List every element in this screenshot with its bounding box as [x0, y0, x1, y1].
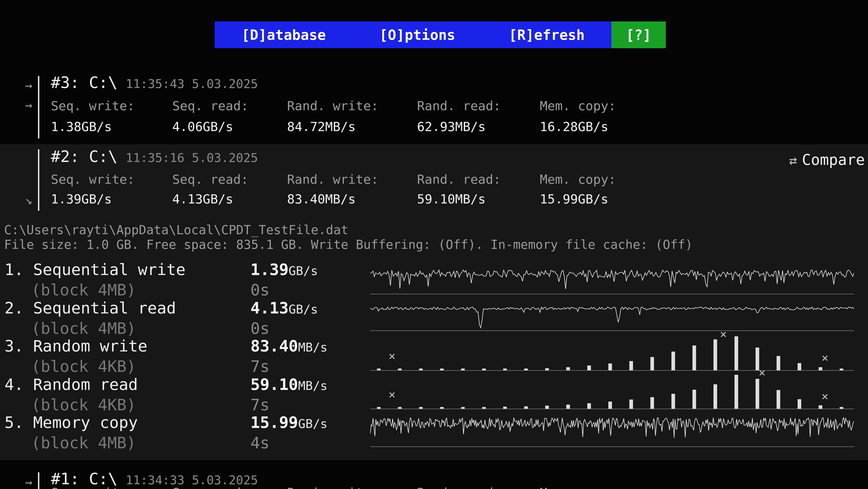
- cpdt-app: [D]atabase [O]ptions [R]efresh [?] → → #…: [0, 0, 868, 489]
- random-write-bar-chart: ×××: [370, 332, 854, 371]
- column-header: Seq. write:: [51, 98, 172, 113]
- trend-arrow-icon: →: [21, 98, 37, 112]
- test-name: 4. Random read: [4, 375, 138, 394]
- result-entry-3-values: 1.38GB/s 4.06GB/s 84.72MB/s 62.93MB/s 16…: [51, 119, 608, 134]
- column-header: Seq. read:: [172, 485, 287, 489]
- svg-text:×: ×: [822, 390, 829, 403]
- svg-text:×: ×: [758, 371, 766, 379]
- test-name: 3. Random write: [4, 337, 147, 355]
- column-header: Seq. write:: [51, 172, 172, 186]
- result-unit: GB/s: [289, 264, 318, 278]
- sequential-read-sparkline: [370, 297, 854, 331]
- entry-marker-bar: [38, 76, 39, 138]
- entry-timestamp: 11:35:43 5.03.2025: [126, 77, 258, 91]
- menu-help-label: [?]: [626, 27, 651, 43]
- speed-value: 16.28GB/s: [540, 119, 608, 134]
- test-result: 1.39GB/s: [250, 260, 318, 279]
- result-entry-3-title[interactable]: #3: C:\ 11:35:43 5.03.2025: [51, 73, 258, 92]
- test-duration: 4s: [250, 434, 270, 452]
- test-file-path: C:\Users\rayti\AppData\Local\CPDT_TestFi…: [4, 223, 348, 237]
- menu-options-button[interactable]: [O]ptions: [379, 27, 455, 43]
- speed-value: 1.39GB/s: [51, 192, 172, 206]
- column-header: Mem. copy:: [540, 485, 616, 489]
- result-number: 15.99: [250, 413, 298, 432]
- column-header: Seq. read:: [172, 172, 287, 186]
- result-unit: MB/s: [298, 340, 328, 354]
- test-name: 5. Memory copy: [4, 413, 138, 432]
- test-result: 4.13GB/s: [250, 299, 318, 317]
- menu-refresh-button[interactable]: [R]efresh: [509, 27, 585, 43]
- result-unit: GB/s: [289, 302, 318, 316]
- trend-arrow-icon: →: [21, 78, 37, 92]
- result-number: 59.10: [250, 375, 298, 394]
- speed-value: 62.93MB/s: [417, 119, 540, 134]
- column-header: Rand. read:: [417, 172, 540, 186]
- result-entry-1-headers: Seq. write: Seq. read: Rand. write: Rand…: [51, 485, 616, 489]
- random-read-bar-chart: ×××: [370, 371, 854, 409]
- speed-value: 83.40MB/s: [287, 192, 417, 206]
- result-unit: GB/s: [298, 416, 328, 431]
- speed-value: 59.10MB/s: [417, 192, 540, 206]
- menu-help-button[interactable]: [?]: [612, 22, 666, 48]
- entry-id: #3: C:\: [51, 73, 118, 92]
- entry-id: #2: C:\: [51, 147, 118, 166]
- test-duration: 0s: [250, 319, 270, 338]
- speed-value: 84.72MB/s: [287, 119, 417, 134]
- test-block-size: (block 4MB): [31, 319, 136, 338]
- speed-value: 4.13GB/s: [172, 192, 287, 206]
- column-header: Rand. write:: [287, 98, 417, 113]
- compare-label: Compare: [802, 151, 865, 169]
- test-duration: 0s: [250, 281, 270, 299]
- svg-text:×: ×: [822, 351, 829, 365]
- test-result: 59.10MB/s: [250, 375, 328, 394]
- column-header: Seq. write:: [51, 485, 172, 489]
- column-header: Seq. read:: [172, 98, 287, 113]
- result-entry-3-headers: Seq. write: Seq. read: Rand. write: Rand…: [51, 98, 616, 113]
- test-block-size: (block 4MB): [31, 281, 136, 299]
- svg-text:×: ×: [720, 332, 727, 341]
- menu-bar: [D]atabase [O]ptions [R]efresh [?]: [215, 22, 666, 48]
- column-header: Rand. write:: [287, 485, 417, 489]
- entry-timestamp: 11:35:16 5.03.2025: [126, 151, 258, 165]
- result-unit: MB/s: [298, 379, 328, 393]
- result-entry-2-headers: Seq. write: Seq. read: Rand. write: Rand…: [51, 172, 616, 186]
- menu-group: [D]atabase [O]ptions [R]efresh: [215, 22, 612, 48]
- test-file-details: File size: 1.0 GB. Free space: 835.1 GB.…: [4, 237, 692, 252]
- result-entry-2-values: 1.39GB/s 4.13GB/s 83.40MB/s 59.10MB/s 15…: [51, 192, 608, 206]
- result-number: 1.39: [250, 260, 289, 279]
- entry-marker-bar: [38, 149, 39, 211]
- svg-text:×: ×: [389, 349, 396, 363]
- svg-text:×: ×: [389, 388, 396, 401]
- compare-arrows-icon: ⇄: [789, 153, 797, 168]
- entry-marker-bar: [38, 472, 39, 489]
- test-duration: 7s: [250, 396, 270, 414]
- memory-copy-sparkline: [370, 408, 854, 447]
- menu-database-button[interactable]: [D]atabase: [241, 27, 326, 43]
- compare-button[interactable]: ⇄ Compare: [789, 151, 865, 169]
- result-number: 4.13: [250, 299, 289, 317]
- test-duration: 7s: [250, 357, 270, 376]
- speed-value: 15.99GB/s: [540, 192, 608, 206]
- column-header: Rand. read:: [417, 98, 540, 113]
- column-header: Mem. copy:: [540, 172, 616, 186]
- test-block-size: (block 4KB): [31, 357, 136, 376]
- test-result: 83.40MB/s: [250, 337, 328, 355]
- trend-down-arrow-icon: ↘: [21, 193, 37, 207]
- test-result: 15.99GB/s: [250, 413, 328, 432]
- test-block-size: (block 4MB): [31, 434, 136, 452]
- test-name: 1. Sequential write: [4, 260, 186, 279]
- result-number: 83.40: [250, 337, 298, 355]
- trend-arrow-icon: →: [21, 475, 37, 489]
- sequential-write-sparkline: [370, 260, 854, 294]
- speed-value: 4.06GB/s: [172, 119, 287, 134]
- column-header: Rand. write:: [287, 172, 417, 186]
- column-header: Rand. read:: [417, 485, 540, 489]
- test-block-size: (block 4KB): [31, 396, 136, 414]
- test-name: 2. Sequential read: [4, 299, 176, 317]
- column-header: Mem. copy:: [540, 98, 616, 113]
- result-entry-2-title[interactable]: #2: C:\ 11:35:16 5.03.2025: [51, 147, 258, 166]
- speed-value: 1.38GB/s: [51, 119, 172, 134]
